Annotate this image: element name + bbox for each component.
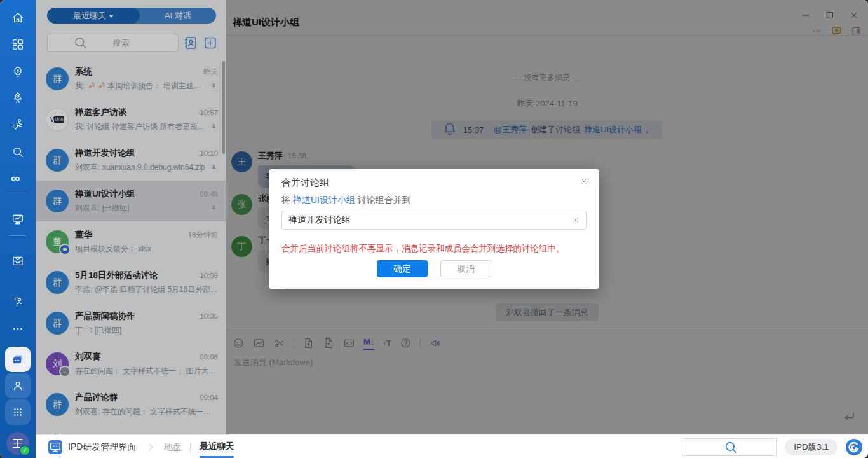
nav-divider	[9, 193, 27, 193]
merge-target-input[interactable]	[282, 211, 586, 229]
merge-group-dialog: 合并讨论组 将 禅道UI设计小组 讨论组合并到 合并后当前讨论组将不再显示，消息…	[269, 169, 599, 289]
nav-rail: ∞ 王 ✓	[0, 0, 36, 458]
dialog-body-suffix: 讨论组合并到	[355, 195, 411, 205]
nav-item-board[interactable]	[5, 207, 31, 232]
status-bar-right: IPD版3.1	[682, 435, 863, 458]
appgrid-icon	[11, 405, 25, 419]
infinity-icon: ∞	[11, 172, 25, 186]
close-icon	[579, 176, 589, 186]
active-underline	[200, 456, 234, 458]
search-icon	[11, 145, 25, 159]
zentao-object-search[interactable]	[682, 438, 777, 456]
nav-divider	[9, 235, 27, 236]
clear-icon	[571, 216, 580, 225]
more-dots-icon	[11, 322, 25, 336]
dialog-body-prefix: 将	[281, 195, 293, 205]
training-icon	[11, 295, 25, 309]
inbox-icon	[11, 254, 25, 268]
online-status-icon: ✓	[19, 445, 31, 456]
app-name[interactable]: IPD研发管理界面	[68, 441, 136, 453]
breadcrumb-recent-chats-label: 最近聊天	[200, 441, 234, 451]
dialog-warning-text: 合并后当前讨论组将不再显示，消息记录和成员会合并到选择的讨论组中。	[281, 243, 565, 254]
lightbulb-icon	[11, 65, 25, 79]
dialog-close-button[interactable]	[579, 176, 589, 186]
nav-item-apps[interactable]	[5, 32, 31, 57]
nav-item-contacts[interactable]	[5, 373, 31, 398]
nav-item-lightbulb[interactable]	[5, 59, 31, 85]
dialog-title: 合并讨论组	[281, 177, 329, 189]
nav-item-home[interactable]	[5, 5, 31, 31]
rocket-icon	[11, 91, 25, 105]
nav-item-more-dots[interactable]	[5, 316, 31, 342]
nav-item-inbox[interactable]	[5, 248, 31, 274]
app-icon[interactable]	[48, 440, 62, 454]
home-icon	[11, 11, 25, 25]
cancel-button[interactable]: 取消	[440, 260, 491, 277]
contacts-icon	[11, 378, 25, 392]
chat-icon	[11, 352, 25, 366]
status-bar: IPD研发管理界面 地盘 最近聊天 IPD版3.1	[36, 434, 868, 458]
nav-item-chat[interactable]	[5, 347, 31, 372]
board-icon	[11, 212, 25, 226]
clear-input-button[interactable]	[571, 216, 580, 225]
confirm-button[interactable]: 确定	[377, 260, 428, 277]
dialog-buttons: 确定 取消	[269, 260, 599, 277]
nav-item-infinity[interactable]: ∞	[5, 166, 31, 191]
nav-item-runner[interactable]	[5, 112, 31, 137]
dialog-group-link[interactable]: 禅道UI设计小组	[293, 195, 355, 205]
nav-item-training[interactable]	[5, 289, 31, 315]
nav-item-search[interactable]	[5, 139, 31, 165]
breadcrumb-dipan[interactable]: 地盘	[164, 441, 181, 453]
dialog-body-text: 将 禅道UI设计小组 讨论组合并到	[281, 195, 411, 206]
runner-icon	[11, 118, 25, 132]
app-window: ∞ 王 ✓ 最近聊天 AI 对话 群系统昨天我: 本周培训预告： 培训主题： .…	[0, 0, 868, 458]
user-avatar[interactable]: 王 ✓	[6, 432, 29, 455]
modal-overlay-list	[36, 0, 226, 434]
chevron-right-icon	[145, 441, 156, 453]
nav-item-appgrid[interactable]	[5, 399, 31, 425]
merge-target-field	[281, 211, 587, 230]
status-bar-left: IPD研发管理界面 地盘 最近聊天	[48, 435, 234, 458]
version-badge[interactable]: IPD版3.1	[785, 439, 837, 455]
nav-item-rocket[interactable]	[5, 85, 31, 111]
monitor-icon	[48, 440, 62, 454]
divider	[190, 443, 191, 452]
zentao-logo-icon[interactable]	[845, 438, 863, 456]
breadcrumb-recent-chats[interactable]: 最近聊天	[200, 441, 234, 454]
search-icon[interactable]	[690, 439, 771, 455]
apps-icon	[11, 38, 25, 52]
